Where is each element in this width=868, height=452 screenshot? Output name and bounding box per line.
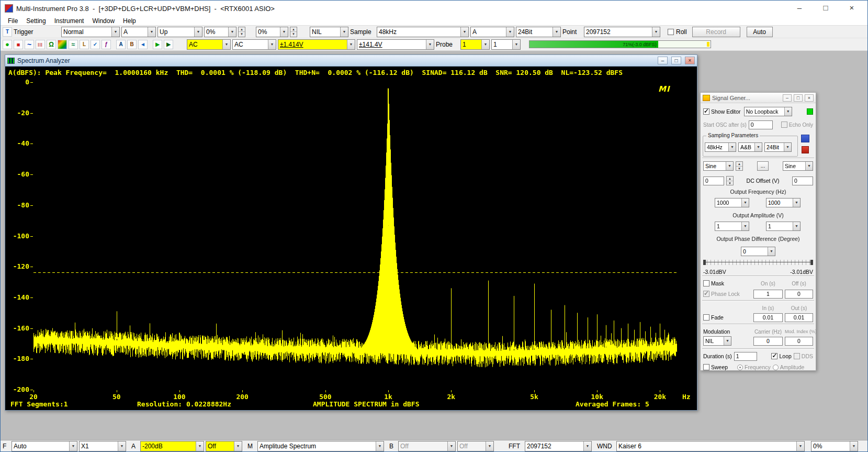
lcr-meter-icon[interactable] [80, 40, 89, 49]
a-processing-select[interactable]: Off▼ [206, 441, 242, 451]
stop-button[interactable] [14, 40, 23, 49]
coupling-b-select[interactable]: AC▼ [232, 39, 276, 50]
trigger-delay-spinner[interactable]: ▲▼ [290, 27, 297, 37]
wave-a-select[interactable]: Sine ▼ [703, 161, 734, 171]
bit-depth-select[interactable]: 24Bit▼ [516, 27, 561, 37]
loop-checkbox[interactable]: Loop [771, 353, 791, 359]
oscilloscope-icon[interactable] [25, 40, 34, 49]
signal-generator-titlebar[interactable]: Signal Gener... – □ × [701, 93, 816, 103]
sg-channels-select[interactable]: A&B ▼ [738, 142, 762, 152]
trigger-level-spinner[interactable]: ▲▼ [238, 27, 245, 37]
dds-checkbox[interactable]: DDS [794, 353, 813, 359]
phase-lock-checkbox[interactable]: Phase Lock [703, 291, 747, 297]
dc-offset-spinner[interactable]: ▲▼ [726, 176, 734, 185]
play-output-icon[interactable] [164, 40, 173, 49]
fade-out-input[interactable]: 0.01 [785, 313, 813, 322]
sg-maximize-button[interactable]: □ [794, 94, 803, 102]
output-level-slider[interactable] [703, 260, 813, 265]
device-test-plan-icon[interactable] [91, 40, 100, 49]
slider-thumb-left[interactable] [703, 260, 706, 265]
a-range-select[interactable]: -200dB▼ [140, 441, 204, 451]
sg-minimize-button[interactable]: – [783, 94, 792, 102]
math-select[interactable]: Amplitude Spectrum▼ [257, 441, 384, 451]
modulation-select[interactable]: NIL ▼ [703, 336, 731, 346]
frequency-axis-select[interactable]: Auto▼ [12, 441, 77, 451]
menu-item-help[interactable]: Help [119, 17, 140, 25]
frequency-b-select[interactable]: 1000 ▼ [766, 198, 801, 207]
spectrum-close-button[interactable]: × [685, 57, 695, 64]
app-close-button[interactable]: × [840, 1, 863, 16]
play-input-icon[interactable] [153, 40, 162, 49]
probe-b-select[interactable]: 1▼ [491, 39, 521, 50]
trigger-level-select[interactable]: 0%▼ [204, 27, 236, 37]
fade-in-input[interactable]: 0.01 [753, 313, 783, 322]
app-titlebar[interactable]: Multi-Instrument Pro 3.8 - [+3DP+DLG+LCR… [1, 1, 867, 16]
dc-offset-b-input[interactable]: 0 [792, 177, 813, 185]
speaker-icon[interactable] [138, 40, 148, 49]
record-button[interactable]: Record [692, 27, 740, 37]
roll-checkbox[interactable]: Roll [668, 28, 687, 36]
amplitude-b-select[interactable]: 1 ▼ [766, 222, 801, 231]
channel-a-view-icon[interactable] [116, 40, 126, 49]
fft-size-select[interactable]: 2097152▼ [525, 441, 592, 451]
wave-more-button[interactable]: ... [757, 161, 769, 171]
app-maximize-button[interactable]: □ [814, 1, 837, 16]
spectrum-analyzer-icon[interactable] [36, 40, 45, 49]
probe-a-select[interactable]: 1▼ [460, 39, 490, 50]
spectrum-analyzer-titlebar[interactable]: Spectrum Analyzer – □ × [5, 55, 697, 67]
trigger-filter-select[interactable]: NIL▼ [310, 27, 348, 37]
derived-data-icon[interactable] [102, 40, 111, 49]
menu-item-window[interactable]: Window [88, 17, 119, 25]
wave-a-spinner[interactable]: ▲▼ [736, 161, 743, 171]
sample-rate-select[interactable]: 48kHz▼ [377, 27, 469, 37]
phase-select[interactable]: 0 ▼ [741, 247, 775, 256]
mod-index-input[interactable]: 0 [785, 337, 813, 346]
save-icon[interactable] [801, 135, 809, 142]
fade-checkbox[interactable]: Fade [703, 314, 747, 321]
run-button[interactable] [3, 40, 12, 49]
generator-on-indicator[interactable] [807, 108, 813, 115]
sg-sample-rate-select[interactable]: 48kHz ▼ [705, 142, 736, 152]
sample-point-select[interactable]: 2097152▼ [584, 27, 660, 37]
start-osc-input[interactable]: 0 [749, 120, 773, 129]
carrier-input[interactable]: 0 [753, 337, 783, 346]
sg-bits-select[interactable]: 24Bit ▼ [764, 142, 792, 152]
menu-item-instrument[interactable]: Instrument [50, 17, 88, 25]
overlap-select[interactable]: 0%▼ [811, 441, 858, 451]
duration-input[interactable]: 1 [734, 352, 757, 361]
app-minimize-button[interactable]: – [788, 1, 811, 16]
phase-lock-off-input[interactable]: 0 [785, 290, 813, 299]
spectrum-maximize-button[interactable]: □ [671, 57, 681, 64]
sweep-frequency-radio[interactable]: Frequency [737, 364, 771, 370]
data-logger-icon[interactable] [69, 40, 78, 49]
trigger-mode-select[interactable]: Normal▼ [61, 27, 120, 37]
coupling-a-select[interactable]: AC▼ [187, 39, 231, 50]
menu-item-setting[interactable]: Setting [22, 17, 50, 25]
trigger-delay-select[interactable]: 0%▼ [256, 27, 288, 37]
sweep-amplitude-radio[interactable]: Amplitude [773, 364, 805, 370]
frequency-a-select[interactable]: 1000 ▼ [715, 198, 749, 207]
channel-b-view-icon[interactable] [127, 40, 137, 49]
trigger-icon[interactable] [3, 27, 12, 37]
b-processing-select[interactable]: Off▼ [457, 441, 494, 451]
dc-offset-a-input[interactable]: 0 [703, 177, 724, 185]
sg-close-button[interactable]: × [805, 94, 814, 102]
sample-channel-select[interactable]: A▼ [470, 27, 514, 37]
echo-only-checkbox[interactable]: Echo Only [781, 122, 813, 128]
loopback-select[interactable]: No Loopback ▼ [744, 107, 792, 116]
wave-b-select[interactable]: Sine ▼ [783, 161, 813, 171]
range-a-select[interactable]: ±1.414V▼ [278, 39, 355, 50]
b-range-select[interactable]: Off▼ [398, 441, 456, 451]
trigger-source-select[interactable]: A▼ [121, 27, 156, 37]
spectrum-3d-plot-icon[interactable] [58, 40, 67, 49]
auto-button[interactable]: Auto [747, 27, 773, 37]
spectrum-minimize-button[interactable]: – [658, 57, 668, 64]
sweep-checkbox[interactable]: Sweep [703, 364, 728, 370]
trigger-edge-select[interactable]: Up▼ [157, 27, 202, 37]
phase-lock-on-input[interactable]: 1 [753, 290, 783, 299]
slider-thumb-right[interactable] [810, 260, 813, 265]
amplitude-a-select[interactable]: 1 ▼ [715, 222, 749, 231]
sound-card-icon[interactable] [802, 146, 809, 153]
range-b-select[interactable]: ±141.4V▼ [357, 39, 434, 50]
window-function-select[interactable]: Kaiser 6▼ [616, 441, 805, 451]
